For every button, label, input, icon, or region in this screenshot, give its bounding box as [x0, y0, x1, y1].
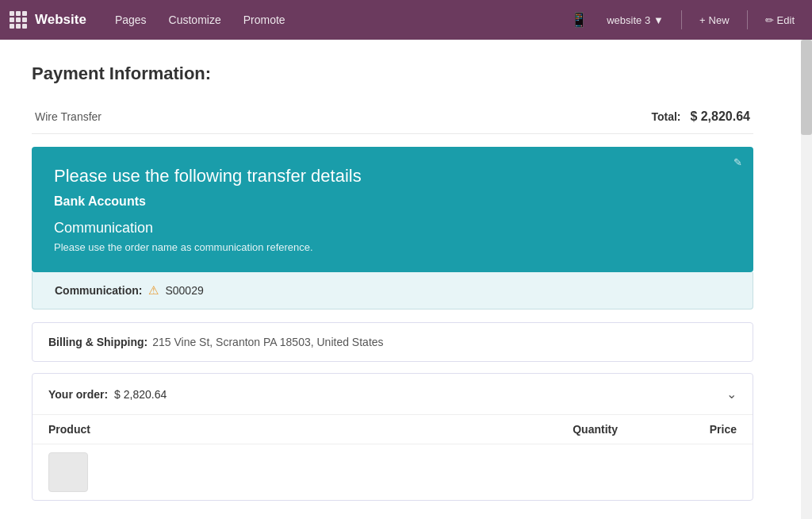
- order-amount: $ 2,820.64: [114, 388, 167, 401]
- chevron-down-icon: ▼: [653, 14, 664, 26]
- navbar-right: 📱 website 3 ▼ + New ✏ Edit: [565, 8, 802, 32]
- device-icon[interactable]: 📱: [565, 8, 592, 32]
- edit-button[interactable]: ✏ Edit: [757, 10, 802, 30]
- scrollbar-thumb[interactable]: [801, 40, 812, 135]
- navbar: Website Pages Customize Promote 📱 websit…: [0, 0, 812, 40]
- comm-label: Communication:: [55, 284, 142, 297]
- divider: [681, 10, 682, 29]
- order-label: Your order:: [48, 388, 108, 401]
- grid-icon: [10, 11, 27, 29]
- navbar-links: Pages Customize Promote: [105, 9, 295, 31]
- order-product-row: [33, 444, 753, 500]
- order-card: Your order: $ 2,820.64 ⌄ Product Quantit…: [32, 373, 753, 501]
- scrollbar-track[interactable]: [801, 40, 812, 519]
- billing-label: Billing & Shipping:: [48, 336, 147, 348]
- new-button[interactable]: + New: [691, 10, 737, 30]
- bank-accounts-label: Bank Accounts: [54, 194, 731, 209]
- communication-bar: Communication: ⚠ S00029: [32, 272, 753, 309]
- communication-desc: Please use the order name as communicati…: [54, 241, 731, 253]
- divider: [747, 10, 748, 29]
- total-amount: $ 2,820.64: [690, 110, 750, 123]
- comm-value: S00029: [165, 284, 203, 297]
- edit-icon[interactable]: ✎: [733, 156, 742, 168]
- warning-icon: ⚠: [148, 283, 159, 298]
- billing-value: 215 Vine St, Scranton PA 18503, United S…: [152, 336, 383, 348]
- billing-card: Billing & Shipping: 215 Vine St, Scranto…: [32, 322, 753, 362]
- plus-icon: +: [699, 14, 706, 26]
- pencil-icon: ✏: [765, 14, 774, 26]
- col-quantity: Quantity: [499, 423, 618, 436]
- payment-method-name: Wire Transfer: [35, 110, 102, 123]
- order-header[interactable]: Your order: $ 2,820.64 ⌄: [33, 374, 753, 415]
- col-product: Product: [48, 423, 499, 436]
- navbar-link-pages[interactable]: Pages: [105, 9, 156, 31]
- communication-title: Communication: [54, 220, 731, 236]
- transfer-card: ✎ Please use the following transfer deta…: [32, 147, 753, 272]
- grid-menu-icon[interactable]: [10, 11, 27, 29]
- page-content: Payment Information: Wire Transfer Total…: [0, 40, 812, 519]
- total-section: Total: $ 2,820.64: [651, 110, 750, 124]
- content-area: Payment Information: Wire Transfer Total…: [0, 40, 785, 519]
- total-label: Total:: [651, 110, 680, 123]
- transfer-title: Please use the following transfer detail…: [54, 166, 731, 186]
- website-selector[interactable]: website 3 ▼: [599, 10, 672, 30]
- payment-method-row: Wire Transfer Total: $ 2,820.64: [32, 100, 753, 134]
- order-table-header: Product Quantity Price: [33, 415, 753, 444]
- navbar-link-customize[interactable]: Customize: [159, 9, 231, 31]
- col-price: Price: [618, 423, 737, 436]
- navbar-brand: Website: [35, 12, 86, 28]
- page-title: Payment Information:: [32, 63, 753, 84]
- billing-row: Billing & Shipping: 215 Vine St, Scranto…: [48, 336, 737, 348]
- order-label-group: Your order: $ 2,820.64: [48, 388, 167, 401]
- navbar-link-promote[interactable]: Promote: [234, 9, 295, 31]
- product-thumbnail: [48, 452, 88, 492]
- chevron-down-icon: ⌄: [726, 386, 737, 402]
